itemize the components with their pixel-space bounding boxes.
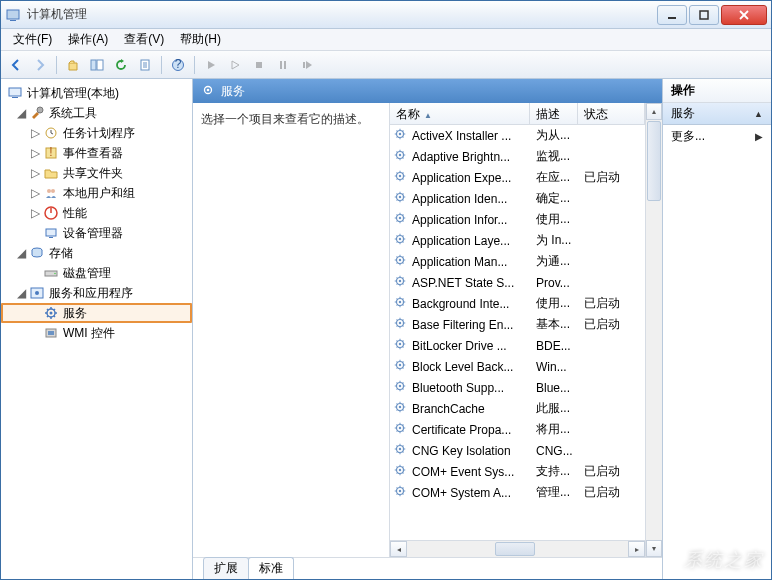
svg-text:?: ? <box>175 58 182 71</box>
menu-view[interactable]: 查看(V) <box>116 29 172 50</box>
col-status[interactable]: 状态 <box>578 103 645 124</box>
service-row[interactable]: COM+ System A...管理...已启动 <box>390 482 645 503</box>
tree-label: 任务计划程序 <box>63 125 135 142</box>
service-row[interactable]: Application Infor...使用... <box>390 209 645 230</box>
show-hide-tree-button[interactable] <box>86 54 108 76</box>
service-name: Background Inte... <box>412 297 536 311</box>
tree-label: 本地用户和组 <box>63 185 135 202</box>
actions-pane: 操作 服务 ▲ 更多... ▶ <box>663 79 771 579</box>
gear-icon <box>393 295 409 312</box>
service-list-pane: 名称 描述 状态 ActiveX Installer ...为从...Adapt… <box>389 103 662 557</box>
twisty-open-icon[interactable]: ◢ <box>15 106 27 120</box>
tree-servicesapps[interactable]: ◢ 服务和应用程序 <box>1 283 192 303</box>
service-row[interactable]: Application Iden...确定... <box>390 188 645 209</box>
service-row[interactable]: Bluetooth Supp...Blue... <box>390 377 645 398</box>
tree-taskscheduler[interactable]: ▷ 任务计划程序 <box>1 123 192 143</box>
service-row[interactable]: BitLocker Drive ...BDE... <box>390 335 645 356</box>
twisty-closed-icon[interactable]: ▷ <box>29 186 41 200</box>
service-row[interactable]: Block Level Back...Win... <box>390 356 645 377</box>
stop-button[interactable] <box>248 54 270 76</box>
vscroll-thumb[interactable] <box>647 121 661 201</box>
twisty-closed-icon[interactable]: ▷ <box>29 146 41 160</box>
action-label: 更多... <box>671 128 705 145</box>
service-row[interactable]: Adaptive Brightn...监视... <box>390 146 645 167</box>
minimize-button[interactable] <box>657 5 687 25</box>
col-desc[interactable]: 描述 <box>530 103 578 124</box>
service-row[interactable]: Background Inte...使用...已启动 <box>390 293 645 314</box>
pause-button[interactable] <box>272 54 294 76</box>
help-button[interactable]: ? <box>167 54 189 76</box>
restart-button[interactable] <box>296 54 318 76</box>
tree-devicemgr[interactable]: 设备管理器 <box>1 223 192 243</box>
export-button[interactable] <box>134 54 156 76</box>
service-row[interactable]: ActiveX Installer ...为从... <box>390 125 645 146</box>
up-button[interactable] <box>62 54 84 76</box>
menu-file[interactable]: 文件(F) <box>5 29 60 50</box>
col-name[interactable]: 名称 <box>390 103 530 124</box>
navigation-tree[interactable]: 计算机管理(本地) ◢ 系统工具 ▷ 任务计划程序 ▷ ! 事件查看器 <box>1 79 193 579</box>
svg-rect-16 <box>12 97 18 98</box>
close-button[interactable] <box>721 5 767 25</box>
actions-section-services[interactable]: 服务 ▲ <box>663 103 771 125</box>
service-row[interactable]: Application Laye...为 In... <box>390 230 645 251</box>
gear-icon <box>393 463 409 480</box>
tree-sharedfolders[interactable]: ▷ 共享文件夹 <box>1 163 192 183</box>
scroll-right-button[interactable]: ▸ <box>628 541 645 557</box>
scroll-up-button[interactable]: ▴ <box>646 103 662 120</box>
gear-icon <box>393 421 409 438</box>
scroll-left-button[interactable]: ◂ <box>390 541 407 557</box>
vertical-scrollbar[interactable]: ▴ ▾ <box>645 103 662 557</box>
tree-diskmgmt[interactable]: 磁盘管理 <box>1 263 192 283</box>
gear-icon <box>393 232 409 249</box>
maximize-button[interactable] <box>689 5 719 25</box>
svg-rect-7 <box>97 60 103 70</box>
menu-action[interactable]: 操作(A) <box>60 29 116 50</box>
service-name: ActiveX Installer ... <box>412 129 536 143</box>
service-name: Base Filtering En... <box>412 318 536 332</box>
twisty-open-icon[interactable]: ◢ <box>15 246 27 260</box>
tab-extended[interactable]: 扩展 <box>203 557 249 579</box>
service-desc: CNG... <box>536 444 584 458</box>
servicesapps-icon <box>29 285 45 301</box>
play-button[interactable] <box>200 54 222 76</box>
tree-services[interactable]: 服务 <box>1 303 192 323</box>
service-rows[interactable]: ActiveX Installer ...为从...Adaptive Brigh… <box>390 125 645 540</box>
gear-icon <box>393 169 409 186</box>
tree-eventviewer[interactable]: ▷ ! 事件查看器 <box>1 143 192 163</box>
twisty-closed-icon[interactable]: ▷ <box>29 166 41 180</box>
tree-storage[interactable]: ◢ 存储 <box>1 243 192 263</box>
forward-button[interactable] <box>29 54 51 76</box>
service-name: COM+ System A... <box>412 486 536 500</box>
svg-rect-25 <box>46 229 56 236</box>
twisty-closed-icon[interactable]: ▷ <box>29 206 41 220</box>
tree-performance[interactable]: ▷ 性能 <box>1 203 192 223</box>
svg-rect-1 <box>10 20 16 21</box>
service-row[interactable]: CNG Key IsolationCNG... <box>390 440 645 461</box>
tree-label: 性能 <box>63 205 87 222</box>
refresh-button[interactable] <box>110 54 132 76</box>
back-button[interactable] <box>5 54 27 76</box>
tab-standard[interactable]: 标准 <box>248 557 294 579</box>
service-row[interactable]: Application Expe...在应...已启动 <box>390 167 645 188</box>
tree-root[interactable]: 计算机管理(本地) <box>1 83 192 103</box>
service-row[interactable]: Base Filtering En...基本...已启动 <box>390 314 645 335</box>
tree-wmi[interactable]: WMI 控件 <box>1 323 192 343</box>
tree-systools[interactable]: ◢ 系统工具 <box>1 103 192 123</box>
action-more[interactable]: 更多... ▶ <box>663 125 771 147</box>
service-row[interactable]: COM+ Event Sys...支持...已启动 <box>390 461 645 482</box>
menu-help[interactable]: 帮助(H) <box>172 29 229 50</box>
hscroll-thumb[interactable] <box>495 542 535 556</box>
play2-button[interactable] <box>224 54 246 76</box>
service-row[interactable]: Application Man...为通... <box>390 251 645 272</box>
horizontal-scrollbar[interactable]: ◂ ▸ <box>390 540 645 557</box>
twisty-open-icon[interactable]: ◢ <box>15 286 27 300</box>
service-name: COM+ Event Sys... <box>412 465 536 479</box>
description-pane: 选择一个项目来查看它的描述。 <box>193 103 389 557</box>
scroll-down-button[interactable]: ▾ <box>646 540 662 557</box>
service-row[interactable]: BranchCache此服... <box>390 398 645 419</box>
twisty-closed-icon[interactable]: ▷ <box>29 126 41 140</box>
tree-localusers[interactable]: ▷ 本地用户和组 <box>1 183 192 203</box>
service-row[interactable]: ASP.NET State S...Prov... <box>390 272 645 293</box>
svg-point-51 <box>399 259 401 261</box>
service-row[interactable]: Certificate Propa...将用... <box>390 419 645 440</box>
